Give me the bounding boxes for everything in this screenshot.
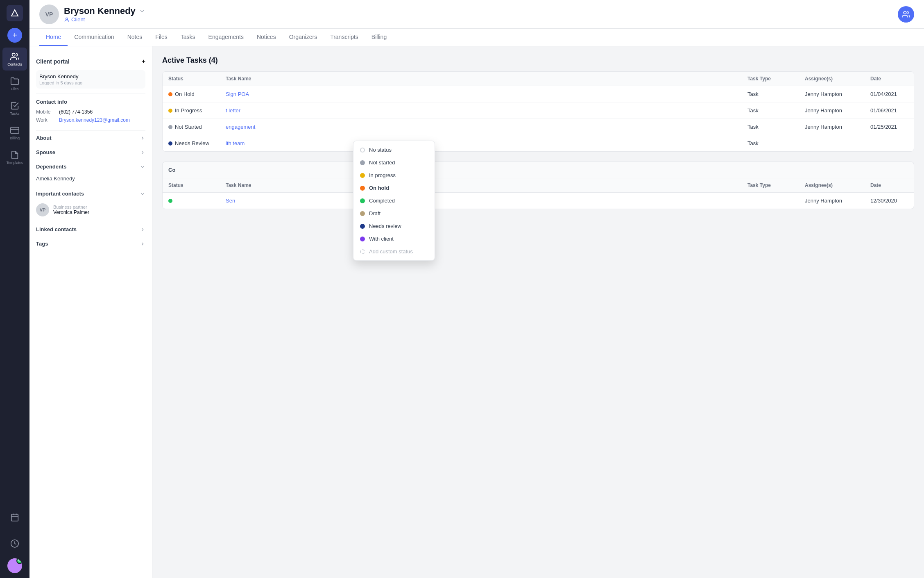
dependents-section[interactable]: Dependents (36, 159, 145, 174)
app-logo[interactable] (7, 5, 23, 21)
important-contacts-label: Important contacts (36, 191, 84, 197)
task-name-cell-4[interactable]: ith team (220, 135, 742, 151)
mobile-row: Mobile (602) 774-1356 (36, 109, 145, 115)
date-cell-3: 01/25/2021 (865, 119, 914, 135)
svg-point-9 (66, 18, 68, 20)
sidebar-item-contacts-label: Contacts (7, 62, 22, 66)
user-avatar[interactable]: 55 (7, 558, 22, 573)
mobile-label: Mobile (36, 109, 56, 115)
about-section[interactable]: About (36, 131, 145, 145)
sidebar-item-templates[interactable]: Templates (2, 146, 27, 169)
assignee-cell-4 (799, 135, 865, 151)
date-cell-4 (865, 135, 914, 151)
tab-notices[interactable]: Notices (250, 29, 283, 46)
completed-task-type (742, 193, 799, 209)
in-progress-dot (168, 109, 172, 113)
dropdown-item-completed[interactable]: Completed (353, 194, 435, 207)
on-hold-dot (168, 92, 172, 96)
with-client-label: With client (369, 236, 394, 242)
sidebar-item-calendar[interactable] (2, 506, 27, 529)
completed-tasks-table: Status Task Name Task Type Assignee(s) D… (162, 178, 914, 209)
dropdown-item-in-progress[interactable]: In progress (353, 169, 435, 182)
client-portal-add-btn[interactable]: + (142, 58, 145, 65)
sidebar-item-timer[interactable] (2, 532, 27, 555)
svg-point-1 (12, 53, 15, 56)
dropdown-item-add-custom[interactable]: Add custom status (353, 245, 435, 258)
dropdown-item-draft[interactable]: Draft (353, 207, 435, 220)
active-tasks-table: Status Task Name Task Type Assignee(s) D… (162, 71, 914, 152)
on-hold-status-dot (360, 186, 365, 191)
completed-status-dot (360, 198, 365, 203)
task-type-cell-1: Task (742, 86, 799, 102)
portal-user-name: Bryson Kennedy (39, 73, 142, 80)
tab-organizers[interactable]: Organizers (283, 29, 324, 46)
completed-col-assignee: Assignee(s) (799, 178, 865, 192)
add-custom-label: Add custom status (369, 248, 413, 255)
status-cell-2[interactable]: In Progress (163, 102, 220, 118)
work-email[interactable]: Bryson.kennedy123@gmail.com (59, 117, 130, 123)
chevron-down-contacts-icon (140, 191, 145, 197)
completed-status-cell[interactable] (163, 193, 220, 209)
tab-home[interactable]: Home (39, 29, 68, 46)
important-contact-avatar: VP (36, 203, 49, 216)
tags-label: Tags (36, 241, 48, 247)
sidebar-item-tasks[interactable]: Tasks (2, 97, 27, 120)
portal-user: Bryson Kennedy Logged in 5 days ago (36, 70, 145, 89)
completed-col-date: Date (865, 178, 914, 192)
task-type-cell-2: Task (742, 102, 799, 118)
date-cell-1: 01/04/2021 (865, 86, 914, 102)
important-contact-details: Business partner Veronica Palmer (53, 205, 89, 215)
not-started-status-dot (360, 160, 365, 165)
important-contacts-section[interactable]: Important contacts (36, 187, 145, 201)
sidebar-item-files-label: Files (11, 87, 18, 91)
svg-rect-2 (11, 127, 19, 133)
about-label: About (36, 135, 52, 141)
task-name-cell-3[interactable]: engagement (220, 119, 742, 135)
sidebar-item-contacts[interactable]: Contacts (2, 48, 27, 71)
header-user-icon[interactable] (898, 6, 914, 23)
status-cell-4[interactable]: Needs Review (163, 135, 220, 151)
work-row: Work Bryson.kennedy123@gmail.com (36, 117, 145, 123)
dropdown-item-not-started[interactable]: Not started (353, 156, 435, 169)
status-cell-1[interactable]: On Hold (163, 86, 220, 102)
chevron-right-spouse-icon (140, 150, 145, 155)
assignee-cell-1: Jenny Hampton (799, 86, 865, 102)
chevron-right-tags-icon (140, 241, 145, 247)
tab-communication[interactable]: Communication (68, 29, 120, 46)
sidebar-nav: + Contacts Files Tasks Billing (0, 0, 29, 578)
tabs-bar: Home Communication Notes Files Tasks Eng… (29, 29, 924, 46)
tab-tasks[interactable]: Tasks (174, 29, 202, 46)
sidebar-item-files[interactable]: Files (2, 72, 27, 95)
in-progress-label: In progress (369, 172, 396, 178)
dropdown-item-on-hold[interactable]: On hold (353, 182, 435, 194)
tab-notes[interactable]: Notes (121, 29, 149, 46)
col-status: Status (163, 72, 220, 86)
sidebar-item-billing-label: Billing (10, 136, 20, 140)
completed-assignee: Jenny Hampton (799, 193, 865, 209)
tab-transcripts[interactable]: Transcripts (324, 29, 365, 46)
completed-task-name[interactable]: Sen (220, 193, 742, 209)
tab-files[interactable]: Files (149, 29, 174, 46)
task-name-cell-2[interactable]: t letter (220, 102, 742, 118)
table-row: Needs Review ith team Task (163, 135, 914, 151)
completed-table-header: Status Task Name Task Type Assignee(s) D… (163, 178, 914, 193)
status-cell-3[interactable]: Not Started (163, 119, 220, 135)
completed-section-header[interactable]: Co (162, 162, 914, 178)
tab-billing[interactable]: Billing (365, 29, 393, 46)
contact-name[interactable]: Bryson Kennedy (64, 6, 145, 16)
task-name-cell-1[interactable]: Sign POA (220, 86, 742, 102)
linked-contacts-section[interactable]: Linked contacts (36, 222, 145, 237)
status-dropdown: No status Not started In progress On hol… (353, 141, 435, 261)
assignee-cell-2: Jenny Hampton (799, 102, 865, 118)
tab-engagements[interactable]: Engagements (202, 29, 250, 46)
col-assignee: Assignee(s) (799, 72, 865, 86)
dropdown-item-no-status[interactable]: No status (353, 143, 435, 156)
dropdown-item-with-client[interactable]: With client (353, 232, 435, 245)
sidebar-item-billing[interactable]: Billing (2, 121, 27, 144)
tags-section[interactable]: Tags (36, 237, 145, 251)
spouse-section[interactable]: Spouse (36, 145, 145, 159)
client-portal-section: Client portal + Bryson Kennedy Logged in… (36, 53, 145, 94)
add-button[interactable]: + (7, 28, 22, 43)
no-status-dot (360, 148, 365, 152)
dropdown-item-needs-review[interactable]: Needs review (353, 220, 435, 232)
